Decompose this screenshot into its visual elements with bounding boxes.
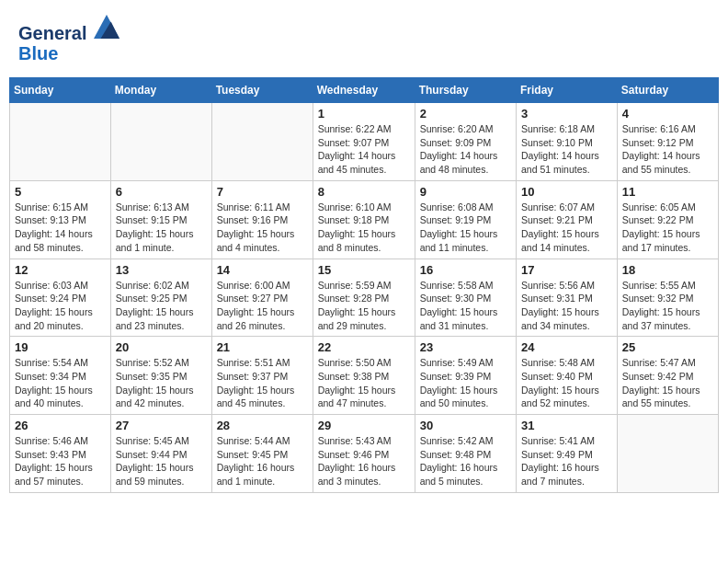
day-number: 2 (420, 107, 511, 121)
day-number: 4 (622, 107, 713, 121)
day-info: Sunrise: 5:49 AM Sunset: 9:39 PM Dayligh… (420, 356, 511, 410)
day-number: 12 (15, 263, 106, 277)
calendar-day-cell: 23Sunrise: 5:49 AM Sunset: 9:39 PM Dayli… (415, 337, 516, 415)
day-of-week-header: Saturday (617, 78, 718, 103)
calendar-day-cell (211, 103, 313, 181)
day-info: Sunrise: 5:48 AM Sunset: 9:40 PM Dayligh… (521, 356, 612, 410)
calendar-day-cell: 19Sunrise: 5:54 AM Sunset: 9:34 PM Dayli… (10, 337, 111, 415)
day-info: Sunrise: 6:05 AM Sunset: 9:22 PM Dayligh… (622, 201, 713, 255)
day-info: Sunrise: 6:00 AM Sunset: 9:27 PM Dayligh… (217, 279, 308, 333)
day-info: Sunrise: 5:59 AM Sunset: 9:28 PM Dayligh… (318, 279, 410, 333)
logo: General Blue (18, 14, 119, 63)
day-number: 10 (521, 185, 612, 199)
day-number: 26 (15, 419, 106, 432)
day-number: 15 (318, 263, 410, 277)
day-number: 31 (521, 419, 612, 432)
calendar-day-cell: 9Sunrise: 6:08 AM Sunset: 9:19 PM Daylig… (415, 180, 516, 259)
calendar-day-cell: 31Sunrise: 5:41 AM Sunset: 9:49 PM Dayli… (517, 415, 618, 493)
calendar-day-cell: 12Sunrise: 6:03 AM Sunset: 9:24 PM Dayli… (10, 259, 111, 337)
day-number: 24 (521, 340, 612, 354)
calendar-week-row: 5Sunrise: 6:15 AM Sunset: 9:13 PM Daylig… (10, 180, 719, 259)
calendar-day-cell: 16Sunrise: 5:58 AM Sunset: 9:30 PM Dayli… (415, 259, 516, 337)
day-number: 17 (521, 263, 612, 277)
calendar-day-cell (110, 103, 211, 181)
calendar-body: 1Sunrise: 6:22 AM Sunset: 9:07 PM Daylig… (10, 103, 719, 493)
day-of-week-header: Monday (110, 78, 211, 103)
calendar-day-cell: 13Sunrise: 6:02 AM Sunset: 9:25 PM Dayli… (110, 259, 211, 337)
calendar-day-cell: 24Sunrise: 5:48 AM Sunset: 9:40 PM Dayli… (517, 337, 618, 415)
calendar-day-cell: 2Sunrise: 6:20 AM Sunset: 9:09 PM Daylig… (415, 103, 516, 181)
logo-icon (94, 14, 119, 40)
day-info: Sunrise: 6:10 AM Sunset: 9:18 PM Dayligh… (318, 201, 410, 255)
day-of-week-header: Friday (517, 78, 618, 103)
calendar-header: SundayMondayTuesdayWednesdayThursdayFrid… (10, 78, 719, 103)
day-number: 13 (116, 263, 207, 277)
calendar-day-cell: 17Sunrise: 5:56 AM Sunset: 9:31 PM Dayli… (517, 259, 618, 337)
day-number: 3 (521, 107, 612, 121)
day-number: 8 (318, 185, 410, 199)
day-number: 5 (15, 185, 106, 199)
day-info: Sunrise: 6:03 AM Sunset: 9:24 PM Dayligh… (15, 279, 106, 333)
day-info: Sunrise: 5:56 AM Sunset: 9:31 PM Dayligh… (521, 279, 612, 333)
day-number: 1 (318, 107, 410, 121)
calendar-day-cell: 22Sunrise: 5:50 AM Sunset: 9:38 PM Dayli… (313, 337, 415, 415)
day-number: 23 (420, 340, 511, 354)
calendar-day-cell: 29Sunrise: 5:43 AM Sunset: 9:46 PM Dayli… (313, 415, 415, 493)
calendar-day-cell (10, 103, 111, 181)
logo-blue-text: Blue (18, 43, 58, 63)
calendar-day-cell: 30Sunrise: 5:42 AM Sunset: 9:48 PM Dayli… (415, 415, 516, 493)
day-info: Sunrise: 6:18 AM Sunset: 9:10 PM Dayligh… (521, 122, 612, 177)
day-number: 7 (217, 185, 308, 199)
calendar-day-cell: 25Sunrise: 5:47 AM Sunset: 9:42 PM Dayli… (617, 337, 718, 415)
day-number: 6 (116, 185, 207, 199)
logo-general-text: General (18, 23, 86, 43)
day-info: Sunrise: 5:44 AM Sunset: 9:45 PM Dayligh… (217, 434, 308, 488)
page-header: General Blue (9, 9, 719, 68)
day-number: 21 (217, 340, 308, 354)
day-info: Sunrise: 5:50 AM Sunset: 9:38 PM Dayligh… (318, 356, 410, 410)
calendar-week-row: 1Sunrise: 6:22 AM Sunset: 9:07 PM Daylig… (10, 103, 719, 181)
day-number: 14 (217, 263, 308, 277)
day-info: Sunrise: 6:02 AM Sunset: 9:25 PM Dayligh… (116, 279, 207, 333)
calendar-day-cell: 28Sunrise: 5:44 AM Sunset: 9:45 PM Dayli… (211, 415, 313, 493)
calendar-day-cell: 1Sunrise: 6:22 AM Sunset: 9:07 PM Daylig… (313, 103, 415, 181)
calendar-day-cell: 4Sunrise: 6:16 AM Sunset: 9:12 PM Daylig… (617, 103, 718, 181)
calendar-week-row: 19Sunrise: 5:54 AM Sunset: 9:34 PM Dayli… (10, 337, 719, 415)
calendar-day-cell: 21Sunrise: 5:51 AM Sunset: 9:37 PM Dayli… (211, 337, 313, 415)
day-info: Sunrise: 6:20 AM Sunset: 9:09 PM Dayligh… (420, 122, 511, 177)
day-info: Sunrise: 5:51 AM Sunset: 9:37 PM Dayligh… (217, 356, 308, 410)
day-number: 19 (15, 340, 106, 354)
calendar-day-cell: 26Sunrise: 5:46 AM Sunset: 9:43 PM Dayli… (10, 415, 111, 493)
day-info: Sunrise: 5:41 AM Sunset: 9:49 PM Dayligh… (521, 434, 612, 488)
day-info: Sunrise: 6:13 AM Sunset: 9:15 PM Dayligh… (116, 201, 207, 255)
day-info: Sunrise: 5:54 AM Sunset: 9:34 PM Dayligh… (15, 356, 106, 410)
calendar-table: SundayMondayTuesdayWednesdayThursdayFrid… (9, 77, 719, 493)
day-info: Sunrise: 5:47 AM Sunset: 9:42 PM Dayligh… (622, 356, 713, 410)
calendar-day-cell (617, 415, 718, 493)
day-number: 27 (116, 419, 207, 432)
day-info: Sunrise: 5:45 AM Sunset: 9:44 PM Dayligh… (116, 434, 207, 488)
day-info: Sunrise: 5:52 AM Sunset: 9:35 PM Dayligh… (116, 356, 207, 410)
day-info: Sunrise: 5:58 AM Sunset: 9:30 PM Dayligh… (420, 279, 511, 333)
calendar-day-cell: 8Sunrise: 6:10 AM Sunset: 9:18 PM Daylig… (313, 180, 415, 259)
day-info: Sunrise: 6:07 AM Sunset: 9:21 PM Dayligh… (521, 201, 612, 255)
day-number: 22 (318, 340, 410, 354)
calendar-week-row: 12Sunrise: 6:03 AM Sunset: 9:24 PM Dayli… (10, 259, 719, 337)
calendar-day-cell: 18Sunrise: 5:55 AM Sunset: 9:32 PM Dayli… (617, 259, 718, 337)
day-info: Sunrise: 5:42 AM Sunset: 9:48 PM Dayligh… (420, 434, 511, 488)
day-number: 16 (420, 263, 511, 277)
day-number: 11 (622, 185, 713, 199)
day-number: 30 (420, 419, 511, 432)
day-of-week-header: Wednesday (313, 78, 415, 103)
day-info: Sunrise: 6:15 AM Sunset: 9:13 PM Dayligh… (15, 201, 106, 255)
calendar-day-cell: 15Sunrise: 5:59 AM Sunset: 9:28 PM Dayli… (313, 259, 415, 337)
calendar-day-cell: 7Sunrise: 6:11 AM Sunset: 9:16 PM Daylig… (211, 180, 313, 259)
calendar-day-cell: 20Sunrise: 5:52 AM Sunset: 9:35 PM Dayli… (110, 337, 211, 415)
day-info: Sunrise: 6:16 AM Sunset: 9:12 PM Dayligh… (622, 122, 713, 177)
day-of-week-header: Sunday (10, 78, 111, 103)
day-number: 9 (420, 185, 511, 199)
calendar-day-cell: 10Sunrise: 6:07 AM Sunset: 9:21 PM Dayli… (517, 180, 618, 259)
day-info: Sunrise: 5:43 AM Sunset: 9:46 PM Dayligh… (318, 434, 410, 488)
day-number: 28 (217, 419, 308, 432)
day-number: 20 (116, 340, 207, 354)
